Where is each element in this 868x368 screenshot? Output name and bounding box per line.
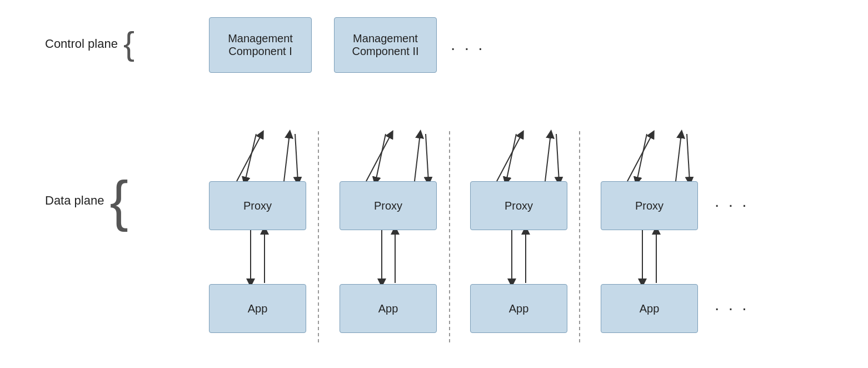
app-ellipsis: · · ·	[715, 299, 749, 317]
svg-line-13	[506, 134, 516, 181]
mgmt-component-2-label: ManagementComponent II	[352, 32, 418, 58]
svg-line-16	[676, 134, 681, 181]
svg-line-17	[637, 134, 647, 181]
diagram-inner: Control plane { Data plane { ManagementC…	[45, 12, 823, 356]
data-plane-brace: {	[109, 173, 128, 228]
svg-line-6	[295, 134, 298, 181]
proxy-3: Proxy	[470, 181, 567, 230]
svg-line-7	[366, 134, 391, 181]
control-plane-text: Control plane	[45, 37, 118, 51]
control-plane-label: Control plane {	[45, 27, 134, 61]
data-plane-label: Data plane {	[45, 173, 128, 228]
app-3: App	[470, 284, 567, 333]
app-1: App	[209, 284, 306, 333]
proxy-4: Proxy	[601, 181, 698, 230]
svg-line-4	[284, 134, 290, 181]
mgmt-component-1-label: ManagementComponent I	[228, 32, 293, 58]
svg-line-10	[426, 134, 428, 181]
proxy-2: Proxy	[340, 181, 437, 230]
data-plane-text: Data plane	[45, 193, 104, 208]
proxy-1: Proxy	[209, 181, 306, 230]
svg-line-5	[245, 134, 256, 181]
mgmt-ellipsis: · · ·	[451, 38, 485, 57]
mgmt-component-2: ManagementComponent II	[334, 17, 437, 73]
svg-line-8	[415, 134, 420, 181]
svg-line-9	[376, 134, 386, 181]
svg-line-15	[627, 134, 652, 181]
svg-line-14	[556, 134, 559, 181]
app-4: App	[601, 284, 698, 333]
control-plane-brace: {	[123, 27, 134, 61]
diagram-container: Control plane { Data plane { ManagementC…	[0, 0, 868, 368]
svg-line-11	[497, 134, 522, 181]
proxy-ellipsis: · · ·	[715, 195, 749, 214]
mgmt-component-1: ManagementComponent I	[209, 17, 312, 73]
app-2: App	[340, 284, 437, 333]
svg-line-3	[237, 134, 262, 181]
svg-line-12	[545, 134, 551, 181]
svg-line-18	[687, 134, 690, 181]
